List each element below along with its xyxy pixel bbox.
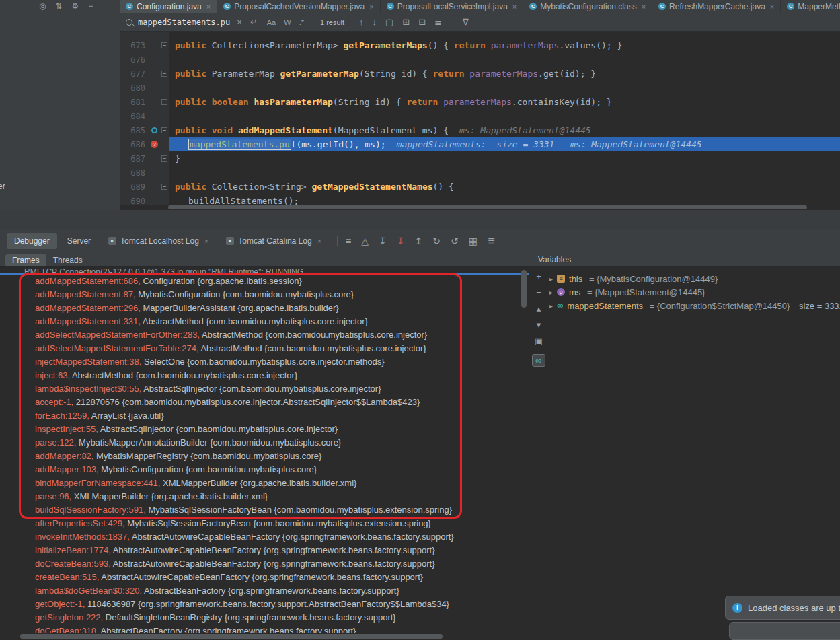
debug-tab[interactable]: ▸Tomcat Catalina Log× xyxy=(219,233,329,249)
stack-frame[interactable]: createBean:515, AbstractAutowireCapableB… xyxy=(0,571,529,584)
download-icon[interactable]: ↧ xyxy=(397,236,405,246)
newline-icon[interactable]: ↵ xyxy=(250,17,258,27)
stack-frame[interactable]: doCreateBean:593, AbstractAutowireCapabl… xyxy=(0,557,529,571)
variable-row[interactable]: ▸≡this = {MybatisConfiguration@14449} xyxy=(549,272,840,285)
open-in-find-window-icon[interactable]: ▢ xyxy=(385,17,393,27)
variable-row[interactable]: ▸∞mappedStatements = {Configuration$Stri… xyxy=(549,299,840,312)
move-down-icon[interactable]: ▾ xyxy=(532,320,545,330)
stack-frame[interactable]: lambda$inspectInject$0:55, AbstractSqlIn… xyxy=(0,382,529,396)
words-toggle[interactable]: W xyxy=(284,18,291,26)
debug-tab[interactable]: Server xyxy=(60,233,98,249)
debug-tab[interactable]: ▸Tomcat Localhost Log× xyxy=(101,233,216,249)
code-line[interactable]: 689−public Collection<String> getMappedS… xyxy=(120,180,840,194)
code-line[interactable]: 673−public Collection<ParameterMap> getP… xyxy=(120,38,840,52)
close-icon[interactable]: × xyxy=(770,3,774,11)
close-icon[interactable]: × xyxy=(206,3,211,11)
rollback-icon[interactable]: ↺ xyxy=(451,236,459,246)
editor-tab[interactable]: CMybatisConfiguration.class× xyxy=(523,0,652,13)
stack-frame[interactable]: addSelectMappedStatementForOther:283, Ab… xyxy=(0,328,529,342)
match-case-toggle[interactable]: Aa xyxy=(267,18,276,26)
previous-occurrence-icon[interactable]: ↑ xyxy=(359,17,364,27)
add-occurrence-icon[interactable]: ⊞ xyxy=(402,17,410,27)
editor-tab[interactable]: CRefreshMapperCache.java× xyxy=(652,0,781,13)
tab-frames[interactable]: Frames xyxy=(5,254,46,266)
duplicate-icon[interactable]: ▣ xyxy=(532,336,545,346)
stack-frame[interactable]: addMapper:103, MybatisConfiguration {com… xyxy=(0,463,529,476)
close-icon[interactable]: × xyxy=(642,3,646,11)
tab-threads[interactable]: Threads xyxy=(46,254,89,266)
sort-icon[interactable]: ⇅ xyxy=(55,1,62,11)
stack-frame[interactable]: addMappedStatement:331, AbstractMethod {… xyxy=(0,315,529,328)
stack-frame[interactable]: addMappedStatement:87, MybatisConfigurat… xyxy=(0,288,529,301)
thread-selector[interactable]: RMI TCP Connection(2)-127.0.0.1@1,373 in… xyxy=(0,267,529,273)
editor-tab[interactable]: CProposalCachedVersionMapper.java× xyxy=(217,0,381,13)
fold-icon[interactable]: − xyxy=(161,155,167,162)
watches-toggle-icon[interactable]: ∞ xyxy=(532,354,545,367)
stack-frame[interactable]: addMappedStatement:296, MapperBuilderAss… xyxy=(0,301,529,315)
layout-grid-icon[interactable]: ▦ xyxy=(469,236,478,246)
fold-icon[interactable]: − xyxy=(161,127,167,133)
stack-frame[interactable]: afterPropertiesSet:429, MybatisSqlSessio… xyxy=(0,517,529,530)
stack-frame[interactable]: buildSqlSessionFactory:591, MybatisSqlSe… xyxy=(0,503,529,517)
fold-icon[interactable]: − xyxy=(161,99,167,105)
regex-toggle[interactable]: .* xyxy=(299,18,304,26)
remove-watch-icon[interactable]: − xyxy=(532,287,545,297)
debug-tab[interactable]: Debugger xyxy=(7,233,57,249)
fold-icon[interactable]: − xyxy=(161,184,167,190)
restore-layout-icon[interactable]: △ xyxy=(361,236,369,246)
code-line[interactable]: 685−public void addMappedStatement(Mappe… xyxy=(120,123,840,137)
code-line[interactable]: 676 xyxy=(120,52,840,67)
stack-frame[interactable]: bindMapperForNamespace:441, XMLMapperBui… xyxy=(0,476,529,490)
code-line[interactable]: 684 xyxy=(120,109,840,123)
stack-frame[interactable]: forEach:1259, ArrayList {java.util} xyxy=(0,409,529,423)
chevron-right-icon[interactable]: ▸ xyxy=(549,289,553,296)
variable-row[interactable]: ▸pms = {MappedStatement@14445} xyxy=(549,285,840,299)
bottom-scrollbar-thumb[interactable] xyxy=(20,634,443,639)
view-options-icon[interactable]: ≣ xyxy=(488,236,496,246)
locate-file-icon[interactable]: ◎ xyxy=(39,1,46,11)
add-watch-icon[interactable]: + xyxy=(532,271,545,281)
code-line[interactable]: 687−} xyxy=(120,151,840,166)
stack-frame[interactable]: getObject:-1, 1184636987 {org.springfram… xyxy=(0,598,529,611)
upload-icon[interactable]: ↥ xyxy=(415,236,423,246)
code-line[interactable]: 686?mappedStatements.put(ms.getId(), ms)… xyxy=(120,137,840,151)
hide-panel-icon[interactable]: − xyxy=(88,1,93,11)
close-icon[interactable]: × xyxy=(317,237,321,245)
stack-frame[interactable]: doGetBean:318, AbstractBeanFactory {org.… xyxy=(0,625,529,633)
stack-frame[interactable]: injectMappedStatement:38, SelectOne {com… xyxy=(0,355,529,369)
stack-frame[interactable]: parse:122, MybatisMapperAnnotationBuilde… xyxy=(0,436,529,450)
stack-frame[interactable]: inspectInject:55, AbstractSqlInjector {c… xyxy=(0,423,529,436)
stack-frame[interactable]: addMappedStatement:686, Configuration {o… xyxy=(0,275,529,288)
conditional-breakpoint-icon[interactable]: ? xyxy=(151,141,158,148)
code-editor[interactable]: 673−public Collection<ParameterMap> getP… xyxy=(120,32,840,205)
close-icon[interactable]: × xyxy=(512,3,517,11)
remove-occurrence-icon[interactable]: ⊟ xyxy=(418,17,426,27)
search-options-icon[interactable]: ≣ xyxy=(434,17,442,27)
stack-frame[interactable]: addMapper:82, MybatisMapperRegistry {com… xyxy=(0,450,529,463)
stack-frame[interactable]: addSelectMappedStatementForTable:274, Ab… xyxy=(0,342,529,355)
refresh-icon[interactable]: ↻ xyxy=(432,236,441,246)
editor-tab[interactable]: CProposalLocalServiceImpl.java× xyxy=(381,0,524,13)
export-threads-icon[interactable]: ↧ xyxy=(379,236,387,246)
close-icon[interactable]: × xyxy=(369,3,373,11)
code-line[interactable]: 680 xyxy=(120,81,840,95)
code-line[interactable]: 690buildAllStatements(); xyxy=(120,194,840,205)
scrollbar-thumb[interactable] xyxy=(168,205,807,209)
search-input[interactable]: mappedStatements.pu xyxy=(138,17,230,27)
stack-frame[interactable]: invokeInitMethods:1837, AbstractAutowire… xyxy=(0,530,529,544)
editor-tab[interactable]: CMapperMethod.java× xyxy=(781,0,840,13)
code-line[interactable]: 688 xyxy=(120,166,840,180)
fold-icon[interactable]: − xyxy=(161,71,167,77)
stack-frame[interactable]: lambda$doGetBean$0:320, AbstractBeanFact… xyxy=(0,584,529,598)
move-up-icon[interactable]: ▴ xyxy=(532,304,545,314)
editor-tab[interactable]: CConfiguration.java× xyxy=(120,0,217,13)
fold-icon[interactable]: − xyxy=(161,42,167,48)
code-line[interactable]: 681−public boolean hasParameterMap(Strin… xyxy=(120,95,840,109)
stack-frame[interactable]: accept:-1, 212870676 {com.baomidou.mybat… xyxy=(0,396,529,409)
stack-frame[interactable]: parse:96, XMLMapperBuilder {org.apache.i… xyxy=(0,490,529,503)
close-icon[interactable]: × xyxy=(237,17,242,27)
close-icon[interactable]: × xyxy=(204,237,208,245)
chevron-right-icon[interactable]: ▸ xyxy=(549,302,553,310)
frames-scrollbar-thumb[interactable] xyxy=(521,270,527,308)
settings-gear-icon[interactable]: ⚙ xyxy=(72,1,79,11)
